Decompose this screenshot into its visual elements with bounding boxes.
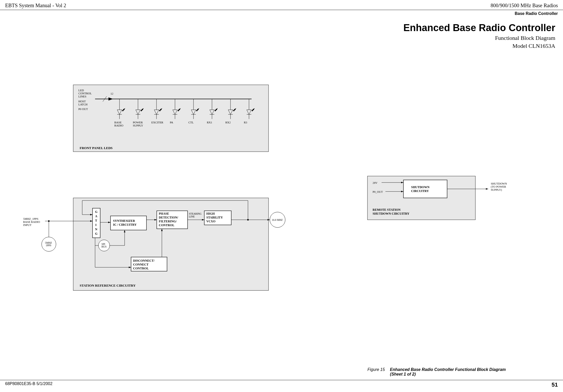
svg-text:STABILITY: STABILITY [206,216,223,219]
svg-text:R3: R3 [244,121,247,124]
page-subheader: Base Radio Controller [0,10,563,17]
svg-text:CONTROL: CONTROL [78,92,92,95]
svg-text:STEARING: STEARING [189,212,201,215]
svg-text:BUS: BUS [101,245,106,248]
svg-text:FILTERING/: FILTERING/ [159,220,177,223]
front-panel-title: FRONT PANEL LEDS [80,146,113,150]
footer-left: 68P80801E35-B 5/1/2002 [5,381,52,388]
figure-caption: Figure 15 Enhanced Base Radio Controller… [367,367,506,377]
svg-text:SHUTDOWN: SHUTDOWN [491,182,507,185]
svg-point-70 [48,220,50,222]
title-sub1: Functional Block Diagram [0,35,555,41]
svg-text:5MHZ_1PPS: 5MHZ_1PPS [23,217,38,220]
svg-text:HOST: HOST [78,100,86,103]
svg-text:SUPPLY): SUPPLY) [491,188,502,192]
svg-text:SHUTDOWN CIRCUITRY: SHUTDOWN CIRCUITRY [373,212,410,215]
svg-text:P0_OUT: P0_OUT [373,190,383,193]
svg-text:DETECTION/: DETECTION/ [159,216,178,219]
svg-text:SUPPLY: SUPPLY [133,124,143,127]
svg-text:N: N [95,227,97,231]
svg-text:P0 OUT: P0 OUT [78,107,88,111]
block-diagram-svg: FRONT PANEL LEDS LED CONTROL LINES HOST … [18,77,545,360]
svg-text:CONTROL: CONTROL [159,223,174,227]
svg-text:CONNECT: CONNECT [133,263,149,266]
title-main: Enhanced Base Radio Controller [0,22,555,33]
svg-text:IC / CIRCUITRY: IC / CIRCUITRY [113,223,137,226]
title-block: Enhanced Base Radio Controller Functiona… [0,17,563,52]
svg-text:G: G [95,210,97,214]
svg-text:REMOTE STATION: REMOTE STATION [373,208,401,212]
svg-text:28V: 28V [373,181,377,184]
svg-text:CIRCUITRY: CIRCUITRY [411,189,429,193]
svg-rect-0 [73,85,269,152]
subheader-text: Base Radio Controller [515,11,558,16]
svg-point-115 [247,219,249,221]
svg-text:EXCITER: EXCITER [151,121,163,124]
header-right: 800/900/1500 MHz Base Radios [491,3,558,8]
svg-rect-123 [403,180,447,198]
page-number: 51 [552,381,558,388]
svg-text:LINE: LINE [189,215,195,218]
svg-text:SYNTHESIZER: SYNTHESIZER [113,219,135,223]
svg-text:SHUTDOWN: SHUTDOWN [411,185,430,189]
page-header: EBTS System Manual - Vol 2 800/900/1500 … [0,0,563,10]
svg-text:A: A [95,214,97,218]
svg-text:I: I [95,223,97,227]
svg-text:CTL: CTL [188,121,194,124]
header-left: EBTS System Manual - Vol 2 [5,3,66,8]
svg-text:LINES: LINES [78,95,86,98]
svg-text:T: T [95,219,97,222]
svg-text:POWER: POWER [133,121,143,124]
figure-text: Enhanced Base Radio Controller Functiona… [390,367,506,377]
svg-text:RX2: RX2 [225,121,231,124]
svg-text:CONTROL: CONTROL [133,267,149,270]
svg-text:G: G [95,232,97,235]
diagram-container: FRONT PANEL LEDS LED CONTROL LINES HOST … [18,77,545,366]
svg-text:16.8 MHZ: 16.8 MHZ [272,218,283,221]
svg-text:RADIO: RADIO [114,124,123,127]
svg-text:DISCONNECT/: DISCONNECT/ [133,259,155,262]
svg-text:INPUT: INPUT [23,223,32,226]
svg-text:PHASE: PHASE [159,212,169,215]
svg-text:VCXO: VCXO [206,220,215,223]
svg-text:LATCH: LATCH [78,103,88,106]
title-sub2: Model CLN1653A [0,43,555,49]
figure-label: Figure 15 [367,367,385,377]
svg-text:RX1: RX1 [207,121,212,124]
page-footer: 68P80801E35-B 5/1/2002 51 [0,380,563,389]
svg-text:1PPS: 1PPS [46,244,51,247]
svg-text:PA: PA [170,121,173,124]
svg-text:HIGH: HIGH [206,212,215,215]
svg-text:LED: LED [78,89,84,92]
svg-text:12: 12 [110,92,113,95]
svg-text:BASE RADIO: BASE RADIO [23,220,40,223]
station-ref-title: STATION REFERENCE CIRCUITRY [80,284,136,287]
svg-text:BASE: BASE [114,121,122,124]
